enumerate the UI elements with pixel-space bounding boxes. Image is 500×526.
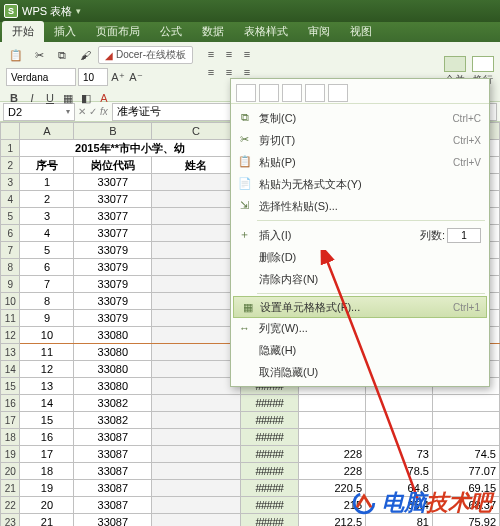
cell[interactable] bbox=[152, 514, 241, 527]
increase-font-button[interactable]: A⁺ bbox=[110, 69, 126, 85]
cell[interactable]: 19 bbox=[20, 480, 74, 497]
cell[interactable]: 33077 bbox=[74, 174, 152, 191]
cell[interactable]: 33079 bbox=[74, 242, 152, 259]
format-painter-button[interactable]: 🖌 bbox=[75, 46, 95, 64]
tab-view[interactable]: 视图 bbox=[340, 21, 382, 42]
ctx-unhide[interactable]: 取消隐藏(U) bbox=[231, 361, 489, 383]
cell[interactable]: 73 bbox=[366, 446, 433, 463]
cell[interactable] bbox=[152, 480, 241, 497]
row-header[interactable]: 11 bbox=[1, 310, 20, 327]
cell[interactable] bbox=[366, 395, 433, 412]
cell[interactable]: ##### bbox=[240, 497, 298, 514]
cell[interactable]: 33087 bbox=[74, 497, 152, 514]
row-header[interactable]: 3 bbox=[1, 174, 20, 191]
font-size-select[interactable]: 10 bbox=[78, 68, 108, 86]
cell[interactable]: 33077 bbox=[74, 208, 152, 225]
ctx-copy[interactable]: ⧉复制(C)Ctrl+C bbox=[231, 107, 489, 129]
cell[interactable]: ##### bbox=[240, 514, 298, 527]
cell[interactable] bbox=[152, 361, 241, 378]
row-header[interactable]: 1 bbox=[1, 140, 20, 157]
row-header[interactable]: 7 bbox=[1, 242, 20, 259]
mini-font-button[interactable] bbox=[236, 84, 256, 102]
cell[interactable]: 33079 bbox=[74, 276, 152, 293]
cell[interactable] bbox=[299, 429, 366, 446]
cell[interactable]: 33087 bbox=[74, 480, 152, 497]
cell[interactable]: 17 bbox=[20, 446, 74, 463]
ctx-hide[interactable]: 隐藏(H) bbox=[231, 339, 489, 361]
cell[interactable]: ##### bbox=[240, 395, 298, 412]
cell[interactable] bbox=[432, 429, 499, 446]
cell[interactable]: 13 bbox=[20, 378, 74, 395]
cell[interactable]: 33077 bbox=[74, 191, 152, 208]
cell[interactable]: 20 bbox=[20, 497, 74, 514]
cell[interactable] bbox=[152, 429, 241, 446]
row-header[interactable]: 18 bbox=[1, 429, 20, 446]
cell[interactable]: 10 bbox=[20, 327, 74, 344]
ctx-insert[interactable]: ＋插入(I) 列数: bbox=[231, 224, 489, 246]
cell[interactable] bbox=[152, 259, 241, 276]
cell[interactable]: 12 bbox=[20, 361, 74, 378]
cell[interactable]: 15 bbox=[20, 412, 74, 429]
cell[interactable]: 33080 bbox=[74, 327, 152, 344]
cell[interactable]: ##### bbox=[240, 463, 298, 480]
cell[interactable] bbox=[152, 378, 241, 395]
mini-size-button[interactable] bbox=[259, 84, 279, 102]
cell[interactable]: 33079 bbox=[74, 293, 152, 310]
col-count-input[interactable] bbox=[447, 228, 481, 243]
italic-button[interactable]: I bbox=[24, 90, 40, 106]
row-header[interactable]: 20 bbox=[1, 463, 20, 480]
cell[interactable] bbox=[152, 497, 241, 514]
select-all-corner[interactable] bbox=[1, 123, 20, 140]
fx-buttons[interactable]: ✕✓fx bbox=[78, 106, 108, 117]
cell[interactable]: 74.5 bbox=[432, 446, 499, 463]
row-header[interactable]: 19 bbox=[1, 446, 20, 463]
cell[interactable]: 序号 bbox=[20, 157, 74, 174]
cell[interactable] bbox=[152, 225, 241, 242]
cell[interactable]: 14 bbox=[20, 395, 74, 412]
cell[interactable]: 11 bbox=[20, 344, 74, 361]
ctx-paste-text[interactable]: 📄粘贴为无格式文本(Y) bbox=[231, 173, 489, 195]
cell[interactable] bbox=[152, 276, 241, 293]
cell[interactable]: 6 bbox=[20, 259, 74, 276]
fill-color-button[interactable]: ◧ bbox=[78, 90, 94, 106]
ctx-clear[interactable]: 清除内容(N) bbox=[231, 268, 489, 290]
docer-button[interactable]: ◢ Docer-在线模板 bbox=[98, 46, 193, 64]
tab-table-style[interactable]: 表格样式 bbox=[234, 21, 298, 42]
row-header[interactable]: 23 bbox=[1, 514, 20, 527]
ctx-delete[interactable]: 删除(D) bbox=[231, 246, 489, 268]
cell[interactable]: 77.07 bbox=[432, 463, 499, 480]
copy-button[interactable]: ⧉ bbox=[52, 46, 72, 64]
row-header[interactable]: 5 bbox=[1, 208, 20, 225]
cell[interactable] bbox=[152, 174, 241, 191]
cell[interactable]: 5 bbox=[20, 242, 74, 259]
cell[interactable]: 9 bbox=[20, 310, 74, 327]
cell[interactable]: 姓名 bbox=[152, 157, 241, 174]
mini-bold-button[interactable] bbox=[282, 84, 302, 102]
tab-data[interactable]: 数据 bbox=[192, 21, 234, 42]
ctx-paste[interactable]: 📋粘贴(P)Ctrl+V bbox=[231, 151, 489, 173]
cell[interactable]: 33080 bbox=[74, 378, 152, 395]
row-header[interactable]: 15 bbox=[1, 378, 20, 395]
row-header[interactable]: 4 bbox=[1, 191, 20, 208]
bold-button[interactable]: B bbox=[6, 90, 22, 106]
row-header[interactable]: 2 bbox=[1, 157, 20, 174]
cell[interactable] bbox=[152, 242, 241, 259]
cell[interactable]: 228 bbox=[299, 463, 366, 480]
cell[interactable] bbox=[152, 293, 241, 310]
cell[interactable]: 2 bbox=[20, 191, 74, 208]
row-header[interactable]: 6 bbox=[1, 225, 20, 242]
cell[interactable]: 16 bbox=[20, 429, 74, 446]
row-header[interactable]: 12 bbox=[1, 327, 20, 344]
tab-home[interactable]: 开始 bbox=[2, 21, 44, 42]
row-header[interactable]: 8 bbox=[1, 259, 20, 276]
cell[interactable]: 18 bbox=[20, 463, 74, 480]
row-header[interactable]: 10 bbox=[1, 293, 20, 310]
cell[interactable]: 33087 bbox=[74, 446, 152, 463]
cell[interactable] bbox=[152, 310, 241, 327]
cut-button[interactable]: ✂ bbox=[29, 46, 49, 64]
mini-merge-button[interactable] bbox=[328, 84, 348, 102]
paste-button[interactable]: 📋 bbox=[6, 46, 26, 64]
cell[interactable]: ##### bbox=[240, 429, 298, 446]
cell[interactable]: 33080 bbox=[74, 361, 152, 378]
align-top-button[interactable]: ≡ bbox=[203, 46, 219, 62]
